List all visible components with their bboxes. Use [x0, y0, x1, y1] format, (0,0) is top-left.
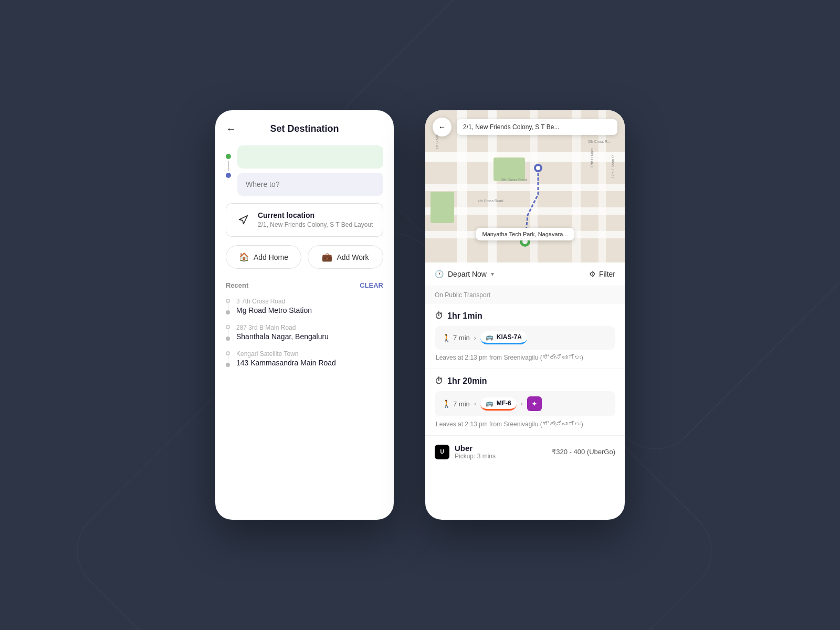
- uber-card[interactable]: U Uber Pickup: 3 mins ₹320 - 400 (UberGo…: [425, 436, 625, 467]
- route-steps-1: 🚶 7 min › 🚌 KIAS-7A: [435, 326, 615, 350]
- svg-text:4th Cross Road: 4th Cross Road: [478, 199, 503, 203]
- recent-to: 143 Kammasandra Main Road: [236, 359, 383, 367]
- route-duration-1: ⏱ 1hr 1min: [435, 311, 615, 321]
- uber-info: Uber Pickup: 3 mins: [455, 444, 496, 460]
- route-steps-2: 🚶 7 min › 🚌 MF-6 › ✦: [435, 391, 615, 416]
- recent-to: Mg Road Metro Station: [236, 306, 383, 314]
- arrow-icon: ›: [474, 400, 476, 407]
- add-home-button[interactable]: 🏠 Add Home: [226, 245, 301, 269]
- phones-container: ← Set Destination 2/1, New Friends Colon…: [215, 110, 625, 520]
- recent-item-text: Kengari Satellite Town 143 Kammasandra M…: [236, 350, 383, 367]
- phone-left-content: ← Set Destination 2/1, New Friends Colon…: [215, 110, 394, 392]
- route-card-1[interactable]: ⏱ 1hr 1min 🚶 7 min › 🚌 KIAS-7A Leaves at…: [425, 304, 625, 369]
- uber-logo: U: [435, 445, 449, 459]
- svg-text:17th E Main R...: 17th E Main R...: [611, 152, 615, 178]
- page-title: Set Destination: [270, 123, 339, 134]
- route-card-2[interactable]: ⏱ 1hr 20min 🚶 7 min › 🚌 MF-6 › ✦: [425, 369, 625, 436]
- shortcut-buttons: 🏠 Add Home 💼 Add Work: [226, 245, 383, 269]
- svg-marker-0: [239, 216, 248, 224]
- transport-label: On Public Transport: [425, 286, 625, 304]
- route-dots: [226, 324, 230, 341]
- navigation-icon: [235, 212, 251, 228]
- recent-from: Kengari Satellite Town: [236, 350, 383, 358]
- clock-icon: ⏱: [435, 311, 443, 321]
- arrow-icon: ›: [474, 334, 476, 342]
- svg-rect-3: [425, 184, 625, 191]
- current-location-button[interactable]: Current location 2/1, New Friends Colony…: [226, 203, 383, 237]
- list-item[interactable]: 3 7th Cross Road Mg Road Metro Station: [226, 298, 383, 314]
- uber-price: ₹320 - 400 (UberGo): [552, 448, 615, 456]
- add-work-button[interactable]: 💼 Add Work: [308, 245, 383, 269]
- recent-item-text: 3 7th Cross Road Mg Road Metro Station: [236, 298, 383, 314]
- bus-route-1: 🚌 KIAS-7A: [480, 331, 527, 344]
- destination-dot: [226, 173, 231, 178]
- uber-left: U Uber Pickup: 3 mins: [435, 444, 496, 460]
- recent-from: 3 7th Cross Road: [236, 298, 383, 305]
- svg-text:5th Cross R...: 5th Cross R...: [588, 140, 611, 143]
- routes-panel: 🕐 Depart Now ▾ ⚙ Filter On Public Transp…: [425, 262, 625, 467]
- svg-text:5th Cross Road: 5th Cross Road: [501, 178, 527, 182]
- extra-service-icon: ✦: [527, 396, 542, 411]
- home-icon: 🏠: [239, 252, 249, 262]
- left-header: ← Set Destination: [226, 123, 383, 135]
- left-back-button[interactable]: ←: [226, 123, 236, 135]
- uber-name: Uber: [455, 444, 496, 453]
- route-dots: [226, 298, 230, 314]
- walk-part: 🚶 7 min: [442, 400, 470, 408]
- route-duration-2: ⏱ 1hr 20min: [435, 376, 615, 386]
- origin-dot: [226, 154, 231, 159]
- destination-input[interactable]: [237, 173, 383, 196]
- recent-to: Shanthala Nagar, Bengaluru: [236, 332, 383, 341]
- leaves-text-2: Leaves at 2:13 pm from Sreenivagilu (ಶ್ರ…: [435, 421, 615, 428]
- uber-pickup: Pickup: 3 mins: [455, 453, 496, 460]
- clock-icon: ⏱: [435, 376, 443, 386]
- svg-rect-4: [425, 207, 625, 215]
- clear-button[interactable]: CLEAR: [360, 281, 383, 289]
- walk-icon: 🚶: [442, 334, 451, 342]
- clock-depart-icon: 🕐: [435, 270, 444, 278]
- map-back-button[interactable]: ←: [433, 118, 452, 136]
- current-location-text: Current location 2/1, New Friends Colony…: [258, 211, 373, 229]
- depart-bar: 🕐 Depart Now ▾ ⚙ Filter: [425, 262, 625, 286]
- map-area: 1st B Main Road 5th Cross Road 4th Cross…: [425, 110, 625, 262]
- map-overlay: ← 2/1, New Friends Colony, S T Be...: [433, 118, 617, 136]
- svg-point-14: [536, 166, 540, 170]
- filter-icon: ⚙: [589, 270, 596, 278]
- recent-header: Recent CLEAR: [226, 281, 383, 289]
- depart-now[interactable]: 🕐 Depart Now ▾: [435, 270, 494, 278]
- recent-item-text: 287 3rd B Main Road Shanthala Nagar, Ben…: [236, 324, 383, 341]
- arrow-icon-2: ›: [521, 400, 523, 407]
- walk-part: 🚶 7 min: [442, 334, 470, 342]
- list-item[interactable]: 287 3rd B Main Road Shanthala Nagar, Ben…: [226, 324, 383, 341]
- recent-from: 287 3rd B Main Road: [236, 324, 383, 331]
- list-item[interactable]: Kengari Satellite Town 143 Kammasandra M…: [226, 350, 383, 367]
- origin-input[interactable]: 2/1, New Friends Colony, S T Be...: [237, 145, 383, 169]
- phone-right: 1st B Main Road 5th Cross Road 4th Cross…: [425, 110, 625, 520]
- phone-left: ← Set Destination 2/1, New Friends Colon…: [215, 110, 394, 520]
- map-destination-label: Manyatha Tech Park, Nagavara...: [476, 228, 574, 240]
- bus-icon: 🚌: [486, 400, 494, 407]
- map-address-pill: 2/1, New Friends Colony, S T Be...: [457, 119, 617, 135]
- leaves-text-1: Leaves at 2:13 pm from Sreenivagilu (ಶ್ರ…: [435, 354, 615, 361]
- filter-button[interactable]: ⚙ Filter: [589, 270, 615, 278]
- svg-rect-12: [430, 192, 454, 223]
- recent-label: Recent: [226, 281, 248, 289]
- route-dots: [226, 350, 230, 367]
- walk-icon: 🚶: [442, 400, 451, 408]
- bus-icon: 🚌: [486, 333, 494, 341]
- svg-text:17th H Main: 17th H Main: [590, 148, 594, 168]
- bus-route-2: 🚌 MF-6: [480, 397, 517, 411]
- recent-list: 3 7th Cross Road Mg Road Metro Station 2…: [226, 298, 383, 367]
- work-icon: 💼: [322, 252, 332, 262]
- chevron-down-icon: ▾: [491, 270, 494, 278]
